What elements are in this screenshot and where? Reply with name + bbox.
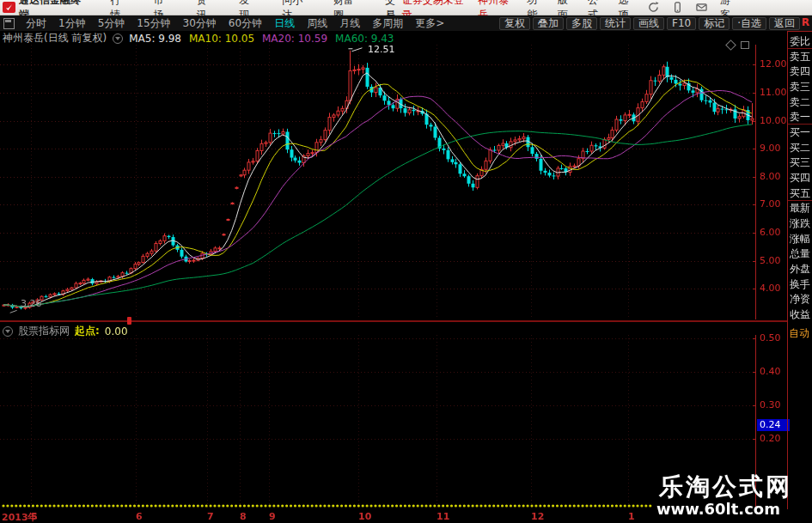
quote-row-4: 卖二 <box>790 95 812 110</box>
chart-tools: 复权叠加多股统计画线F10标记·自选返回 <box>499 17 800 30</box>
quote-row-13: 涨幅 <box>790 232 812 246</box>
period-tab-2[interactable]: 5分钟 <box>92 16 131 31</box>
quote-panel-border <box>787 31 788 509</box>
tool-button-3[interactable]: 统计 <box>600 17 631 30</box>
mail-icon[interactable] <box>696 2 707 13</box>
month-tick-2: 7 <box>207 511 214 522</box>
tool-button-0[interactable]: 复权 <box>499 17 530 30</box>
period-tab-1[interactable]: 1分钟 <box>52 16 92 31</box>
main-price-chart[interactable] <box>0 45 787 319</box>
chart-window-icon[interactable] <box>3 18 15 29</box>
month-tick-1: 6 <box>136 511 143 522</box>
period-tab-9[interactable]: 多周期 <box>366 16 409 31</box>
menubar: 通达信金融终端 行情市场资讯发现问小达财富圈交易 证券交易未登录 神州泰岳 功能… <box>0 0 812 15</box>
quote-row-6: 买一 <box>790 125 812 140</box>
month-tick-6: 11 <box>437 511 449 522</box>
price-axis-label-3: 9.00 <box>760 143 781 154</box>
app-logo-icon[interactable] <box>3 2 15 13</box>
price-axis-label-4: 8.00 <box>760 172 781 182</box>
ma-legend: MA5: 9.98MA10: 10.05MA20: 10.59MA60: 9.4… <box>129 33 394 45</box>
price-axis-label-8: 4.00 <box>760 283 781 294</box>
quote-row-17: 净资 <box>790 292 812 307</box>
chart-title: 神州泰岳(日线 前复权) <box>3 31 107 46</box>
indicator-axis-label-3: 0.20 <box>760 434 781 444</box>
phone-icon[interactable] <box>672 2 683 13</box>
tool-button-4[interactable]: 画线 <box>633 17 664 30</box>
tool-button-6[interactable]: 标记 <box>699 17 730 30</box>
price-axis-label-7: 5.00 <box>760 256 781 266</box>
ma-legend-item-2: MA20: 10.59 <box>262 33 327 45</box>
quote-row-9: 买四 <box>790 171 812 185</box>
period-tab-10[interactable]: 更多> <box>409 16 450 31</box>
ma-legend-item-1: MA10: 10.05 <box>189 33 254 45</box>
quote-row-1: 卖五 <box>790 50 812 64</box>
month-tick-0: 5 <box>31 511 38 522</box>
period-tab-4[interactable]: 30分钟 <box>177 16 223 31</box>
tool-button-2[interactable]: 多股 <box>566 17 597 30</box>
quote-row-11: 最新 <box>790 201 812 216</box>
price-axis-label-1: 11.00 <box>760 88 787 98</box>
quote-group-separator <box>788 124 812 125</box>
chart-header: 神州泰岳(日线 前复权) MA5: 9.98MA10: 10.05MA20: 1… <box>3 32 394 45</box>
quote-row-3: 卖三 <box>790 80 812 94</box>
price-axis-label-0: 12.00 <box>760 59 787 70</box>
quote-row-7: 买二 <box>790 141 812 155</box>
popup-window-icon[interactable] <box>741 41 749 49</box>
auto-scale-label[interactable]: 自动 <box>789 326 809 341</box>
quote-row-14: 总量 <box>790 246 812 261</box>
tool-button-8[interactable]: 返回 <box>769 17 800 30</box>
quote-row-5: 卖一 <box>790 110 812 125</box>
month-tick-4: 9 <box>269 511 276 522</box>
tool-button-5[interactable]: F10 <box>667 17 696 30</box>
price-axis-label-5: 7.00 <box>760 199 781 210</box>
period-tab-7[interactable]: 周线 <box>301 16 333 31</box>
period-toolbar: 分时1分钟5分钟15分钟30分钟60分钟日线周线月线多周期更多> 复权叠加多股统… <box>0 15 812 31</box>
indicator-axis-label-0: 0.50 <box>760 333 781 344</box>
month-tick-8: 1 <box>628 511 635 522</box>
price-axis-label-2: 10.00 <box>760 116 787 126</box>
margin-trading-badge: R <box>802 16 809 28</box>
tool-button-7[interactable]: ·自选 <box>732 17 766 30</box>
quote-row-8: 买三 <box>790 155 812 170</box>
ma-legend-item-0: MA5: 9.98 <box>129 33 181 45</box>
quote-row-16: 换手 <box>790 277 812 292</box>
collapse-icon[interactable] <box>113 33 123 44</box>
ma-legend-item-3: MA60: 9.43 <box>335 33 394 45</box>
period-tabs: 分时1分钟5分钟15分钟30分钟60分钟日线周线月线多周期更多> <box>20 16 450 31</box>
quote-row-18: 收益 <box>790 307 812 322</box>
low-price-label: 3.26 <box>21 298 42 309</box>
peak-price-label: 12.51 <box>368 44 395 55</box>
date-axis: 2013年 567891011121 <box>0 511 812 523</box>
period-tab-5[interactable]: 60分钟 <box>223 16 268 31</box>
quote-group-separator <box>788 48 812 49</box>
refresh-icon[interactable] <box>648 2 659 13</box>
quote-row-0: 委比 <box>790 34 812 49</box>
indicator-current-value: 0.24 <box>757 419 790 431</box>
period-tab-6[interactable]: 日线 <box>268 16 301 31</box>
indicator-axis-label-1: 0.40 <box>760 367 781 377</box>
month-tick-3: 8 <box>240 511 247 522</box>
splitter-handle-icon[interactable] <box>127 317 131 325</box>
month-tick-5: 10 <box>358 511 371 522</box>
quote-group-separator <box>788 200 812 201</box>
indicator-axis-label-2: 0.30 <box>760 400 781 410</box>
quote-panel-top-border <box>787 31 812 32</box>
quote-row-2: 卖四 <box>790 64 812 79</box>
quote-row-12: 涨跌 <box>790 216 812 231</box>
month-tick-7: 12 <box>531 511 544 522</box>
period-tab-8[interactable]: 月线 <box>333 16 366 31</box>
tool-button-1[interactable]: 叠加 <box>533 17 564 30</box>
period-tab-3[interactable]: 15分钟 <box>131 16 176 31</box>
price-axis-label-6: 6.00 <box>760 228 781 238</box>
quote-row-10: 买五 <box>790 186 812 201</box>
tdx-terminal-window: 通达信金融终端 行情市场资讯发现问小达财富圈交易 证券交易未登录 神州泰岳 功能… <box>0 0 812 523</box>
panel-splitter[interactable] <box>0 320 788 322</box>
quote-row-15: 外盘 <box>790 262 812 277</box>
period-tab-0[interactable]: 分时 <box>20 16 52 31</box>
watermark-title: 乐淘公式网 <box>659 471 792 503</box>
